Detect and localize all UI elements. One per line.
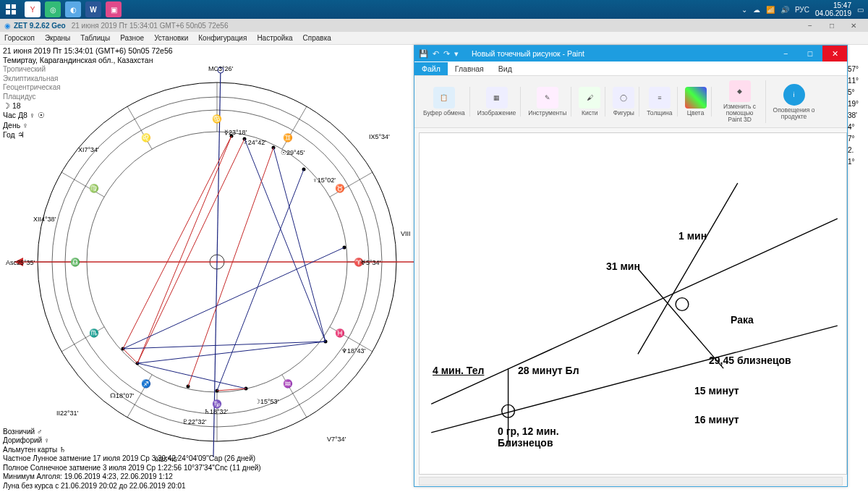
paint-horizontal-scrollbar[interactable] — [419, 477, 843, 485]
clock-time: 15:47 — [815, 1, 851, 9]
ribbon-tools[interactable]: ✎Инструменты — [524, 87, 571, 116]
foot-dori: Дорифорий ♀ — [3, 436, 261, 446]
tab-file[interactable]: Файл — [414, 62, 448, 75]
paint-ribbon-tabs: Файл Главная Вид — [414, 62, 847, 76]
volume-icon[interactable]: 🔊 — [780, 6, 789, 14]
lbl-28bl: 28 минут Бл — [518, 365, 579, 376]
taskbar-clock[interactable]: 15:47 04.06.2019 — [815, 1, 851, 17]
menu-screens[interactable]: Экраны — [45, 34, 70, 42]
close-button[interactable]: ✕ — [843, 20, 864, 30]
start-button[interactable] — [0, 0, 22, 19]
ribbon-paint3d[interactable]: ◆Изменить с помощью Paint 3D — [715, 80, 766, 123]
foot-vozn: Возничий ♂ — [3, 428, 261, 437]
qat-more-icon[interactable]: ▾ — [454, 49, 459, 58]
ribbon-clipboard[interactable]: 📋Буфер обмена — [419, 87, 470, 116]
taskbar-app-pink[interactable]: ▣ — [106, 1, 122, 17]
menu-settings[interactable]: Установки — [154, 34, 188, 42]
language-indicator[interactable]: РУС — [795, 6, 809, 14]
svg-text:♍: ♍ — [89, 183, 99, 193]
menu-help[interactable]: Справка — [303, 34, 331, 42]
paint-title-bar[interactable]: 💾 ↶ ↷ ▾ Новый точечный рисунок - Paint −… — [414, 46, 847, 62]
ribbon-alerts[interactable]: iОповещения о продукте — [769, 84, 820, 120]
svg-text:II22°31': II22°31' — [56, 410, 79, 417]
ribbon-colors[interactable]: Цвета — [681, 87, 712, 116]
paint-close-button[interactable]: ✕ — [822, 46, 847, 62]
taskbar-app-green[interactable]: ◎ — [45, 1, 61, 17]
svg-line-13 — [282, 106, 307, 149]
network-icon[interactable]: 📶 — [766, 6, 775, 14]
svg-text:☉29°45': ☉29°45' — [281, 149, 305, 156]
svg-text:IX5°34': IX5°34' — [369, 133, 390, 140]
svg-rect-2 — [6, 10, 10, 14]
svg-line-81 — [431, 326, 838, 433]
lbl-16min: 16 минут — [694, 414, 739, 425]
svg-line-38 — [137, 139, 244, 363]
natal-chart: ♋ ♊ ♉ ♈ ♓ ♒ ♑ ♐ ♏ ♎ ♍ ♌ Asc25°35' MC3°26… — [0, 59, 420, 465]
taskbar-app-zet[interactable]: ◐ — [65, 1, 81, 17]
tab-home[interactable]: Главная — [448, 62, 491, 75]
taskbar-app-word[interactable]: W — [85, 1, 101, 17]
svg-text:♋: ♋ — [212, 114, 222, 124]
svg-line-37 — [123, 136, 231, 349]
svg-text:♇22°32': ♇22°32' — [182, 418, 207, 425]
svg-text:♀15°02': ♀15°02' — [312, 177, 336, 184]
paint-maximize-button[interactable]: □ — [798, 46, 822, 62]
save-icon[interactable]: 💾 — [419, 49, 428, 59]
menu-tables[interactable]: Таблицы — [80, 34, 110, 42]
svg-text:☿23°18': ☿23°18' — [224, 129, 247, 136]
svg-text:☽15°53': ☽15°53' — [255, 398, 279, 405]
cloud-sync-icon[interactable]: ☁ — [753, 6, 760, 14]
svg-line-42 — [217, 169, 304, 391]
paint-minimize-button[interactable]: − — [773, 46, 798, 62]
svg-text:V7°34': V7°34' — [327, 436, 346, 443]
svg-text:XI7°34': XI7°34' — [78, 146, 99, 153]
svg-text:♉: ♉ — [335, 183, 345, 193]
lbl-31min: 31 мин — [606, 260, 640, 272]
lbl-0bl: 0 гр, 12 мин. Близнецов — [498, 425, 559, 449]
ribbon-shapes[interactable]: ◯Фигуры — [608, 87, 639, 116]
undo-icon[interactable]: ↶ — [433, 49, 439, 58]
lbl-raka: Рака — [731, 314, 754, 326]
zet-main-area: 21 июня 2019 Пт 15:34:01 (GMT+6) 50n05 7… — [0, 45, 868, 492]
ribbon-image[interactable]: ▦Изображение — [473, 87, 522, 116]
system-tray: ⌄ ☁ 📶 🔊 РУС 15:47 04.06.2019 ▭ — [741, 1, 868, 17]
redo-icon[interactable]: ↷ — [443, 49, 450, 58]
svg-line-46 — [123, 349, 137, 363]
zet-app-name: ZET 9.2.62 Geo — [14, 22, 66, 30]
svg-rect-0 — [6, 4, 10, 9]
svg-rect-3 — [12, 10, 16, 14]
menu-config[interactable]: Конфигурация — [198, 34, 247, 42]
paint-window: 💾 ↶ ↷ ▾ Новый точечный рисунок - Paint −… — [414, 45, 848, 487]
foot-lunar-ecl: Частное Лунное затмение 17 июля 2019 Ср … — [3, 454, 261, 464]
paint-ribbon: 📋Буфер обмена ▦Изображение ✎Инструменты … — [414, 76, 847, 128]
svg-text:MC3°26': MC3°26' — [208, 65, 234, 72]
menu-horoscope[interactable]: Гороскоп — [4, 34, 35, 42]
header-line1: 21 июня 2019 Пт 15:34:01 (GMT+6) 50n05 7… — [3, 46, 173, 56]
zet-menu-bar: Гороскоп Экраны Таблицы Разное Установки… — [0, 32, 868, 45]
foot-moonvoid: Луна без курса с 21.06.2019 20:02 до 22.… — [3, 482, 261, 491]
svg-line-41 — [188, 148, 273, 386]
svg-line-20 — [127, 106, 152, 149]
svg-text:☊18°07': ☊18°07' — [110, 392, 135, 399]
taskbar-app-yandex[interactable]: Y — [25, 1, 41, 17]
minimize-button[interactable]: − — [800, 20, 820, 30]
maximize-button[interactable]: □ — [822, 20, 842, 30]
action-center-icon[interactable]: ▭ — [857, 6, 864, 14]
svg-text:♊: ♊ — [283, 132, 293, 143]
ribbon-thickness[interactable]: ≡Толщина — [642, 87, 677, 116]
svg-text:♏: ♏ — [89, 328, 99, 338]
svg-line-82 — [638, 183, 738, 354]
lbl-29bl: 29,45 близнецов — [709, 355, 791, 366]
menu-prefs[interactable]: Настройка — [257, 34, 292, 42]
lbl-4tel: 4 мин. Тел — [433, 365, 484, 376]
tray-chevron-icon[interactable]: ⌄ — [741, 6, 747, 14]
tab-view[interactable]: Вид — [491, 62, 519, 75]
paint-canvas[interactable]: 1 мин 31 мин Рака 29,45 близнецов 15 мин… — [419, 132, 847, 475]
svg-text:♌: ♌ — [141, 132, 151, 143]
svg-text:♑: ♑ — [212, 399, 222, 409]
ribbon-brushes[interactable]: 🖌Кисти — [574, 87, 605, 116]
menu-misc[interactable]: Разное — [120, 34, 144, 42]
svg-text:♎: ♎ — [70, 257, 80, 267]
globe-icon: ◉ — [4, 22, 11, 30]
zet-title-detail: 21 июня 2019 Пт 15:34:01 GMT+6 50n05 72e… — [72, 22, 229, 30]
